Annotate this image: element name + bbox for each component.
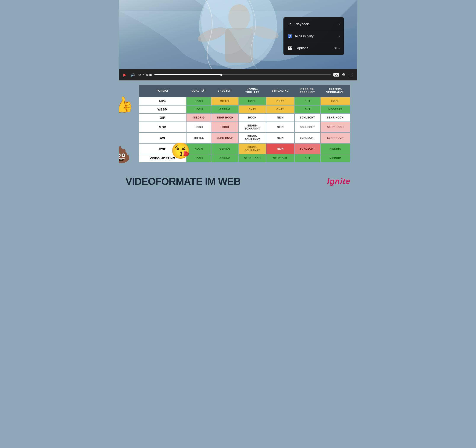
webm-qualitat: HOCH — [186, 105, 211, 113]
thumbs-up-emoji: 👍 — [119, 94, 135, 115]
header-qualitat: QUALITÄT — [186, 85, 211, 97]
table-row: MOV HOCH HOCH EINGE-SCHRÄNKT NEIN SCHLEC… — [139, 122, 350, 133]
mov-streaming: NEIN — [266, 122, 295, 133]
table-section: 👍 💩 🫱 FORMAT QUALITÄT LADEZEIT KOMPA-TIB… — [119, 80, 357, 169]
kiss-emoji: 😘 — [171, 142, 191, 160]
header-barrieref: BARRIER-EFREIHEIT — [295, 85, 320, 97]
table-outer: 👍 💩 🫱 FORMAT QUALITÄT LADEZEIT KOMPA-TIB… — [125, 85, 351, 162]
accessibility-icon: ♿ — [288, 34, 292, 38]
webm-kompatibilitat: OKAY — [239, 105, 266, 113]
gif-qualitat: NIEDRIG — [186, 113, 211, 122]
table-row: AVI MITTEL SEHR HOCH EINGE-SCHRÄNKT NEIN… — [139, 133, 350, 143]
vh-kompatibilitat: SEHR HOCH — [239, 154, 266, 162]
settings-playback-item[interactable]: ⟳ Playback › — [283, 19, 344, 29]
settings-menu[interactable]: ⟳ Playback › ♿ Accessibility › — [283, 17, 344, 55]
settings-accessibility-right: › — [339, 35, 340, 38]
format-mp4: MP4 — [139, 97, 186, 105]
gif-ladezeit: SEHR HOCH — [211, 113, 239, 122]
table-row: MP4 HOCH MITTEL HOCH OKAY GUT HOCH — [139, 97, 350, 105]
progress-dot — [220, 74, 222, 76]
header-format: FORMAT — [139, 85, 186, 97]
mov-ladezeit: HOCH — [211, 122, 239, 133]
progress-bar[interactable] — [154, 74, 331, 75]
settings-captions-label: Captions — [295, 46, 308, 50]
pointing-hand-emoji: 🫱 — [119, 193, 129, 194]
poop-emoji: 💩 — [119, 145, 131, 164]
settings-playback-left: ⟳ Playback — [288, 22, 309, 26]
header-streaming: STREAMING — [266, 85, 295, 97]
avi-kompatibilitat: EINGE-SCHRÄNKT — [239, 133, 266, 143]
vh-streaming: SEHR GUT — [266, 154, 295, 162]
mov-qualitat: HOCH — [186, 122, 211, 133]
time-display: 0:07 / 0:18 — [138, 73, 152, 77]
format-webm: WEBM — [139, 105, 186, 113]
settings-playback-label: Playback — [295, 22, 309, 26]
avif-ladezeit: GERING — [211, 143, 239, 154]
avi-barriere: SCHLECHT — [295, 133, 320, 143]
mp4-traffic: HOCH — [320, 97, 350, 105]
mp4-qualitat: HOCH — [186, 97, 211, 105]
settings-button[interactable]: ⚙ — [341, 72, 346, 78]
volume-button[interactable]: 🔊 — [130, 72, 136, 78]
avif-streaming: NEIN — [266, 143, 295, 154]
time-total: 0:18 — [146, 73, 152, 77]
cc-button[interactable]: CC — [334, 73, 339, 77]
format-gif: GIF — [139, 113, 186, 122]
menu-divider-2 — [283, 42, 344, 42]
logo-lowercase-i: I — [327, 177, 330, 186]
controls-right: CC ⚙ ⛶ — [334, 72, 354, 78]
webm-streaming: OKAY — [266, 105, 295, 113]
video-section: ⟳ Playback › ♿ Accessibility › — [119, 0, 357, 80]
settings-accessibility-item[interactable]: ♿ Accessibility › — [283, 31, 344, 41]
captions-icon: CC — [288, 46, 292, 50]
settings-captions-item[interactable]: CC Captions Off › — [283, 43, 344, 53]
mp4-barriere: GUT — [295, 97, 320, 105]
avi-ladezeit: SEHR HOCH — [211, 133, 239, 143]
format-videohosting: VIDEO HOSTING 😘 — [139, 154, 186, 162]
table-header-row: FORMAT QUALITÄT LADEZEIT KOMPA-TIBILITÄT… — [139, 85, 350, 97]
progress-fill — [154, 74, 221, 75]
avif-kompatibilitat: EINGE-SCHRÄNKT — [239, 143, 266, 154]
video-thumbnail: ⟳ Playback › ♿ Accessibility › — [119, 0, 357, 69]
avif-barriere: SCHLECHT — [295, 143, 320, 154]
gif-kompatibilitat: HOCH — [239, 113, 266, 122]
mov-barriere: SCHLECHT — [295, 122, 320, 133]
settings-captions-right: Off › — [334, 46, 340, 50]
mp4-kompatibilitat: HOCH — [239, 97, 266, 105]
page-title: VIDEOFORMATE IM WEB — [125, 176, 241, 187]
time-current: 0:07 — [138, 73, 144, 77]
mp4-ladezeit: MITTEL — [211, 97, 239, 105]
format-mov: MOV — [139, 122, 186, 133]
webm-ladezeit: GERING — [211, 105, 239, 113]
footer-section: VIDEOFORMATE IM WEB Ignite — [119, 169, 357, 194]
gif-streaming: NEIN — [266, 113, 295, 122]
captions-chevron: › — [339, 47, 340, 50]
playback-icon: ⟳ — [288, 22, 292, 26]
logo-text: gnite — [330, 177, 351, 186]
fullscreen-button[interactable]: ⛶ — [348, 72, 354, 78]
gif-barriere: SCHLECHT — [295, 113, 320, 122]
vh-ladezeit: GERING — [211, 154, 239, 162]
mov-traffic: SEHR HOCH — [320, 122, 350, 133]
play-button[interactable]: ▶ — [122, 72, 127, 78]
comparison-table: FORMAT QUALITÄT LADEZEIT KOMPA-TIBILITÄT… — [138, 85, 351, 162]
settings-captions-left: CC Captions — [288, 46, 308, 50]
video-controls-bar: ▶ 🔊 0:07 / 0:18 CC ⚙ ⛶ — [119, 69, 357, 80]
mov-kompatibilitat: EINGE-SCHRÄNKT — [239, 122, 266, 133]
webm-traffic: MODERAT — [320, 105, 350, 113]
accessibility-chevron: › — [339, 35, 340, 38]
avi-streaming: NEIN — [266, 133, 295, 143]
vh-traffic: NIEDRIG — [320, 154, 350, 162]
header-traffic: TRAFFIC-VERBRAUCH — [320, 85, 350, 97]
settings-accessibility-left: ♿ Accessibility — [288, 34, 313, 38]
ignite-logo: Ignite — [327, 177, 351, 186]
header-kompatibilitat: KOMPA-TIBILITÄT — [239, 85, 266, 97]
gif-traffic: SEHR HOCH — [320, 113, 350, 122]
table-row: GIF NIEDRIG SEHR HOCH HOCH NEIN SCHLECHT… — [139, 113, 350, 122]
table-row: AVIF HOCH GERING EINGE-SCHRÄNKT NEIN SCH… — [139, 143, 350, 154]
avi-traffic: SEHR HOCH — [320, 133, 350, 143]
avif-traffic: NIEDRIG — [320, 143, 350, 154]
header-ladezeit: LADEZEIT — [211, 85, 239, 97]
captions-value: Off — [334, 46, 338, 50]
playback-chevron: › — [339, 23, 340, 26]
